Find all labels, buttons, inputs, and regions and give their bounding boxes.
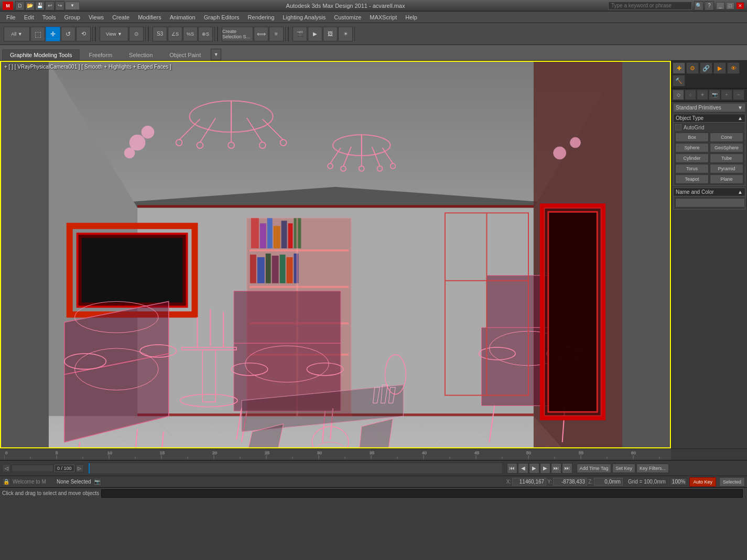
menu-animation[interactable]: Animation bbox=[166, 12, 200, 23]
name-color-header[interactable]: Name and Color ▲ bbox=[674, 188, 745, 196]
ribbon-tab-selection[interactable]: Selection bbox=[121, 49, 160, 60]
next-frame-btn[interactable]: ▶ bbox=[540, 463, 550, 474]
cone-btn[interactable]: Cone bbox=[710, 133, 743, 142]
geosphere-btn[interactable]: GeoSphere bbox=[710, 143, 743, 152]
toolbar-select-group: All ▼ ⬚ ✛ ↺ ⟲ bbox=[2, 27, 93, 41]
menu-edit[interactable]: Edit bbox=[20, 12, 38, 23]
next-key-btn[interactable]: ⏭ bbox=[562, 463, 572, 474]
primitive-type-dropdown[interactable]: Standard Primitives ▼ bbox=[673, 103, 745, 112]
redo-btn[interactable]: ↪ bbox=[55, 1, 64, 10]
snap-angle-btn[interactable]: ∠S bbox=[168, 27, 182, 41]
help-btn[interactable]: ? bbox=[705, 1, 714, 10]
viewport[interactable]: + [ ] [ VRayPhysicalCamera001 ] [ Smooth… bbox=[0, 61, 671, 448]
undo-btn[interactable]: ↩ bbox=[45, 1, 55, 10]
menu-maxscript[interactable]: MAXScript bbox=[365, 12, 401, 23]
named-sel-btn[interactable]: Create Selection S... bbox=[222, 27, 253, 41]
plane-btn[interactable]: Plane bbox=[710, 174, 743, 184]
scroll-right-btn[interactable]: ▷ bbox=[75, 464, 84, 473]
timeline-scrubber[interactable] bbox=[88, 463, 503, 474]
spacewarp-sub-btn[interactable]: ~ bbox=[733, 90, 744, 100]
menu-lighting[interactable]: Lighting Analysis bbox=[278, 12, 330, 23]
pivot-btn[interactable]: ⊙ bbox=[129, 27, 144, 41]
shape-sub-btn[interactable]: ○ bbox=[685, 90, 696, 100]
menu-views[interactable]: Views bbox=[84, 12, 108, 23]
y-value: -8738,433 bbox=[553, 478, 587, 486]
render-setup-btn[interactable]: 🎬 bbox=[293, 27, 307, 41]
search-btn[interactable]: 🔍 bbox=[694, 1, 703, 10]
align-btn[interactable]: ≡ bbox=[269, 27, 284, 41]
prev-frame-btn[interactable]: ◀ bbox=[518, 463, 528, 474]
menu-file[interactable]: File bbox=[2, 12, 20, 23]
select-filter-dropdown[interactable]: All ▼ bbox=[4, 27, 30, 41]
open-btn[interactable]: 📂 bbox=[25, 1, 35, 10]
go-start-btn[interactable]: ⏮ bbox=[507, 463, 517, 474]
autogrid-checkbox[interactable] bbox=[675, 124, 681, 130]
menu-customize[interactable]: Customize bbox=[330, 12, 365, 23]
display-panel-btn[interactable]: 👁 bbox=[727, 62, 740, 74]
select-move-btn[interactable]: ✛ bbox=[46, 27, 60, 41]
new-btn[interactable]: 🗋 bbox=[15, 1, 25, 10]
ribbon-expand-btn[interactable]: ▼ bbox=[211, 49, 221, 60]
camera-icon[interactable]: 📷 bbox=[93, 478, 102, 486]
render-frame-btn[interactable]: 🖼 bbox=[323, 27, 338, 41]
motion-panel-btn[interactable]: ▶ bbox=[713, 62, 726, 74]
activeshade-btn[interactable]: ☀ bbox=[338, 27, 353, 41]
menu-tools[interactable]: Tools bbox=[38, 12, 60, 23]
go-end-btn[interactable]: ⏭ bbox=[551, 463, 561, 474]
ribbon-tab-freeform[interactable]: Freeform bbox=[81, 49, 120, 60]
light-sub-btn[interactable]: ☀ bbox=[697, 90, 708, 100]
select-btn[interactable]: ⬚ bbox=[30, 27, 45, 41]
ref-coord-dropdown[interactable]: View ▼ bbox=[100, 27, 128, 41]
render-btn[interactable]: ▶ bbox=[308, 27, 322, 41]
transport-controls: ⏮ ◀ ▶ ▶ ⏭ ⏭ bbox=[505, 463, 575, 474]
geo-sub-btn[interactable]: ◇ bbox=[673, 90, 684, 100]
add-time-tag-btn[interactable]: Add Time Tag bbox=[577, 464, 612, 473]
menu-help[interactable]: Help bbox=[401, 12, 421, 23]
svg-text:45: 45 bbox=[474, 451, 479, 455]
snap-percent-btn[interactable]: %S bbox=[183, 27, 198, 41]
ribbon-tab-objectpaint[interactable]: Object Paint bbox=[161, 49, 209, 60]
cylinder-btn[interactable]: Cylinder bbox=[675, 153, 709, 163]
progress-slider[interactable] bbox=[12, 465, 53, 472]
modify-panel-btn[interactable]: ⚙ bbox=[686, 62, 699, 74]
cmd-panel-icon-row: ✚ ⚙ 🔗 ▶ 👁 🔨 bbox=[672, 61, 747, 89]
object-type-header[interactable]: Object Type ▲ bbox=[674, 114, 745, 123]
menu-modifiers[interactable]: Modifiers bbox=[134, 12, 166, 23]
set-key-btn[interactable]: Set Key bbox=[612, 464, 635, 473]
snap3d-btn[interactable]: S3 bbox=[153, 27, 167, 41]
object-name-input[interactable] bbox=[675, 198, 745, 207]
hierarchy-panel-btn[interactable]: 🔗 bbox=[700, 62, 712, 74]
ribbon-tab-graphite[interactable]: Graphite Modeling Tools bbox=[2, 49, 80, 60]
key-filters-btn[interactable]: Key Filters... bbox=[636, 464, 669, 473]
tube-btn[interactable]: Tube bbox=[710, 153, 743, 163]
toolbar-sep2 bbox=[148, 27, 149, 41]
create-panel-btn[interactable]: ✚ bbox=[673, 62, 685, 74]
quick-access-more[interactable]: ▼ bbox=[65, 2, 80, 10]
pyramid-btn[interactable]: Pyramid bbox=[710, 164, 743, 173]
play-btn[interactable]: ▶ bbox=[529, 463, 539, 474]
ruler[interactable]: 0 5 10 15 20 25 30 35 40 45 50 bbox=[4, 449, 671, 460]
search-input[interactable] bbox=[608, 2, 692, 10]
auto-key-btn[interactable]: Auto Key bbox=[689, 477, 716, 487]
maxscript-listener[interactable] bbox=[101, 489, 743, 498]
rotate-btn[interactable]: ↺ bbox=[61, 27, 75, 41]
scroll-left-btn[interactable]: ◁ bbox=[2, 464, 10, 473]
cam-sub-btn[interactable]: 📷 bbox=[709, 90, 720, 100]
snap-spinner-btn[interactable]: ⊕S bbox=[198, 27, 213, 41]
menu-rendering[interactable]: Rendering bbox=[244, 12, 279, 23]
helper-sub-btn[interactable]: + bbox=[721, 90, 732, 100]
mirror-btn[interactable]: ⟺ bbox=[254, 27, 268, 41]
box-btn[interactable]: Box bbox=[675, 133, 709, 142]
teapot-btn[interactable]: Teapot bbox=[675, 174, 709, 184]
menu-graph-editors[interactable]: Graph Editors bbox=[200, 12, 244, 23]
maximize-btn[interactable]: □ bbox=[726, 2, 734, 9]
save-btn[interactable]: 💾 bbox=[35, 1, 45, 10]
menu-create[interactable]: Create bbox=[108, 12, 134, 23]
menu-group[interactable]: Group bbox=[60, 12, 84, 23]
close-btn[interactable]: ✕ bbox=[736, 2, 744, 9]
utilities-panel-btn[interactable]: 🔨 bbox=[673, 75, 685, 86]
torus-btn[interactable]: Torus bbox=[675, 164, 709, 173]
minimize-btn[interactable]: _ bbox=[716, 2, 724, 9]
sphere-btn[interactable]: Sphere bbox=[675, 143, 709, 152]
scale-btn[interactable]: ⟲ bbox=[76, 27, 91, 41]
